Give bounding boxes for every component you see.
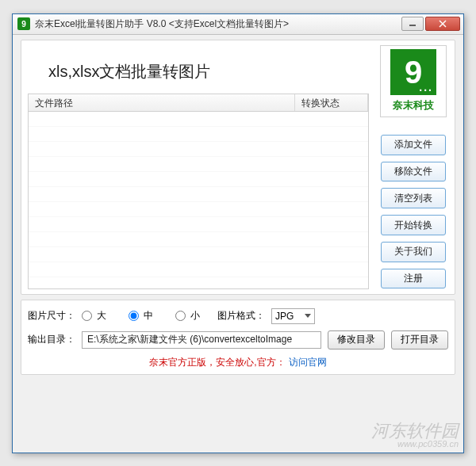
size-row: 图片尺寸： 大 中 小 图片格式： JPG [28, 308, 448, 324]
change-dir-button[interactable]: 修改目录 [328, 330, 385, 350]
main-panel: xls,xlsx文档批量转图片 文件路径 转换状态 9 奈末科技 添加文件 移除… [21, 40, 455, 295]
list-body[interactable] [29, 112, 368, 288]
footer-text: 奈末官方正版，安全放心,官方： [149, 356, 285, 369]
page-heading: xls,xlsx文档批量转图片 [26, 45, 370, 94]
titlebar: 9 奈末Excel批量转图片助手 V8.0 <支持Excel文档批量转图片> [13, 14, 463, 35]
window-controls [400, 17, 460, 31]
window-title: 奈末Excel批量转图片助手 V8.0 <支持Excel文档批量转图片> [35, 17, 400, 31]
start-convert-button[interactable]: 开始转换 [381, 215, 446, 235]
watermark: 河东软件园 www.pc0359.cn [371, 422, 459, 449]
watermark-url: www.pc0359.cn [397, 440, 459, 449]
size-medium-radio[interactable] [129, 311, 139, 321]
format-select[interactable]: JPG [271, 308, 315, 324]
open-dir-button[interactable]: 打开目录 [391, 330, 448, 350]
size-large-label: 大 [97, 309, 106, 323]
size-small-option[interactable]: 小 [175, 309, 200, 323]
add-file-button[interactable]: 添加文件 [381, 135, 446, 155]
output-dir-input[interactable] [82, 331, 321, 349]
output-row: 输出目录： 修改目录 打开目录 [28, 330, 448, 350]
format-selected-value: JPG [275, 311, 294, 322]
file-list: 文件路径 转换状态 [28, 94, 369, 289]
right-column: 9 奈末科技 添加文件 移除文件 清空列表 开始转换 关于我们 注册 [377, 45, 450, 289]
size-medium-label: 中 [144, 309, 153, 323]
list-header: 文件路径 转换状态 [29, 94, 368, 112]
minimize-button[interactable] [401, 17, 424, 31]
size-large-option[interactable]: 大 [82, 309, 106, 323]
left-column: xls,xlsx文档批量转图片 文件路径 转换状态 [26, 45, 370, 289]
chevron-down-icon [305, 314, 311, 318]
content-area: xls,xlsx文档批量转图片 文件路径 转换状态 9 奈末科技 添加文件 移除… [13, 35, 463, 453]
clear-list-button[interactable]: 清空列表 [381, 188, 446, 208]
brand-logo: 9 奈末科技 [380, 45, 447, 117]
size-large-radio[interactable] [82, 311, 92, 321]
close-button[interactable] [425, 17, 460, 31]
close-icon [439, 20, 447, 28]
image-size-label: 图片尺寸： [28, 309, 75, 323]
image-format-label: 图片格式： [217, 309, 265, 323]
col-header-status[interactable]: 转换状态 [295, 94, 368, 111]
size-small-label: 小 [190, 309, 200, 323]
about-us-button[interactable]: 关于我们 [381, 242, 446, 262]
minimize-icon [409, 21, 416, 27]
remove-file-button[interactable]: 移除文件 [381, 162, 446, 182]
footer-row: 奈末官方正版，安全放心,官方： 访问官网 [28, 356, 448, 369]
app-window: 9 奈末Excel批量转图片助手 V8.0 <支持Excel文档批量转图片> x… [12, 13, 464, 453]
logo-icon: 9 [390, 49, 436, 95]
size-medium-option[interactable]: 中 [129, 309, 153, 323]
col-header-path[interactable]: 文件路径 [29, 94, 295, 111]
watermark-name: 河东软件园 [371, 422, 459, 440]
size-small-radio[interactable] [175, 311, 186, 321]
settings-panel: 图片尺寸： 大 中 小 图片格式： JPG [21, 300, 455, 375]
output-dir-label: 输出目录： [28, 333, 75, 346]
app-icon: 9 [17, 17, 30, 30]
logo-text: 奈末科技 [393, 98, 434, 113]
register-button[interactable]: 注册 [381, 269, 446, 289]
visit-official-link[interactable]: 访问官网 [289, 356, 327, 369]
